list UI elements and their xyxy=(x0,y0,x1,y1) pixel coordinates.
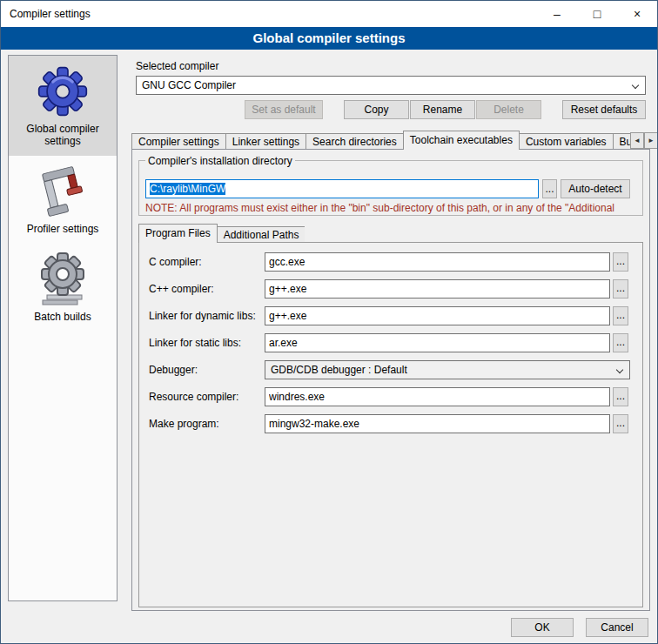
tab-scroll-left-button[interactable]: ◄ xyxy=(630,132,644,149)
sidebar-item-batch-builds[interactable]: Batch builds xyxy=(9,244,117,332)
make-program-input[interactable] xyxy=(265,414,610,433)
c-compiler-browse-button[interactable]: ... xyxy=(613,252,628,272)
tab-custom-variables[interactable]: Custom variables xyxy=(519,133,614,149)
maximize-icon: □ xyxy=(594,7,601,21)
installation-note: NOTE: All programs must exist either in … xyxy=(145,202,638,214)
resource-compiler-browse-button[interactable]: ... xyxy=(613,387,628,406)
window-controls: – □ × xyxy=(537,1,657,27)
make-program-browse-button[interactable]: ... xyxy=(613,414,628,433)
installation-directory-input[interactable]: C:\raylib\MinGW xyxy=(145,179,539,198)
cpp-compiler-row: C++ compiler: ... xyxy=(149,279,628,299)
auto-detect-button[interactable]: Auto-detect xyxy=(561,179,630,198)
c-compiler-row: C compiler: ... xyxy=(149,252,628,272)
ok-button[interactable]: OK xyxy=(511,618,574,637)
resource-compiler-row: Resource compiler: ... xyxy=(149,387,628,406)
sidebar-item-profiler-settings[interactable]: Profiler settings xyxy=(9,156,117,244)
dynamic-linker-input[interactable] xyxy=(265,306,610,325)
debugger-select-value: GDB/CDB debugger : Default xyxy=(271,364,407,376)
c-compiler-label: C compiler: xyxy=(149,252,265,272)
compiler-select[interactable]: GNU GCC Compiler xyxy=(136,76,646,95)
dynamic-linker-label: Linker for dynamic libs: xyxy=(149,306,265,325)
tab-build-options[interactable]: Build xyxy=(613,133,631,149)
cpp-compiler-browse-button[interactable]: ... xyxy=(613,279,628,299)
profiler-tool-icon xyxy=(10,163,115,220)
debugger-row: Debugger: GDB/CDB debugger : Default xyxy=(149,360,630,379)
selected-compiler-label: Selected compiler xyxy=(136,60,218,72)
gear-blue-icon xyxy=(10,63,115,120)
program-files-tabbar: Program Files Additional Paths xyxy=(138,224,305,243)
chevron-down-icon xyxy=(632,82,639,89)
tab-scroll-right-button[interactable]: ► xyxy=(644,132,658,149)
settings-sidebar: Global compiler settings Profiler settin… xyxy=(8,55,118,601)
window-title: Compiler settings xyxy=(10,8,91,20)
set-as-default-button: Set as default xyxy=(245,100,323,119)
sidebar-item-label: Batch builds xyxy=(10,308,115,323)
subtab-additional-paths[interactable]: Additional Paths xyxy=(217,226,306,242)
compiler-select-value: GNU GCC Compiler xyxy=(142,79,236,91)
tab-search-directories[interactable]: Search directories xyxy=(306,133,404,149)
compiler-settings-window: Compiler settings – □ × Global compiler … xyxy=(0,0,658,644)
installation-directory-group-title: Compiler's installation directory xyxy=(145,155,295,167)
gear-gray-icon xyxy=(10,251,115,308)
compiler-tabbar: Compiler settings Linker settings Search… xyxy=(131,131,631,150)
cancel-button[interactable]: Cancel xyxy=(586,618,648,637)
minimize-icon: – xyxy=(554,7,561,21)
sidebar-item-label: Profiler settings xyxy=(10,220,115,235)
page-title: Global compiler settings xyxy=(1,27,657,50)
dynamic-linker-row: Linker for dynamic libs: ... xyxy=(149,306,628,325)
installation-directory-value: C:\raylib\MinGW xyxy=(150,183,225,195)
reset-defaults-button[interactable]: Reset defaults xyxy=(562,100,646,119)
close-icon: × xyxy=(634,7,641,21)
installation-directory-browse-button[interactable]: ... xyxy=(542,179,557,198)
subtab-program-files[interactable]: Program Files xyxy=(138,224,218,243)
maximize-button[interactable]: □ xyxy=(577,1,617,27)
arrow-left-icon: ◄ xyxy=(634,137,641,144)
static-linker-input[interactable] xyxy=(265,333,610,352)
copy-button[interactable]: Copy xyxy=(344,100,409,119)
rename-button[interactable]: Rename xyxy=(410,100,475,119)
titlebar: Compiler settings – □ × xyxy=(1,1,657,27)
sidebar-item-global-compiler-settings[interactable]: Global compiler settings xyxy=(9,56,117,156)
make-program-row: Make program: ... xyxy=(149,414,628,433)
cpp-compiler-label: C++ compiler: xyxy=(149,279,265,299)
sidebar-item-label: Global compiler settings xyxy=(10,120,115,147)
tab-toolchain-executables[interactable]: Toolchain executables xyxy=(403,131,520,150)
arrow-right-icon: ► xyxy=(648,137,655,144)
debugger-label: Debugger: xyxy=(149,360,265,379)
dynamic-linker-browse-button[interactable]: ... xyxy=(613,306,628,325)
make-program-label: Make program: xyxy=(149,414,265,433)
delete-button: Delete xyxy=(476,100,541,119)
static-linker-row: Linker for static libs: ... xyxy=(149,333,628,352)
static-linker-browse-button[interactable]: ... xyxy=(613,333,628,352)
close-button[interactable]: × xyxy=(617,1,657,27)
c-compiler-input[interactable] xyxy=(265,252,610,272)
tab-linker-settings[interactable]: Linker settings xyxy=(225,133,306,149)
resource-compiler-input[interactable] xyxy=(265,387,610,406)
cpp-compiler-input[interactable] xyxy=(265,279,610,299)
resource-compiler-label: Resource compiler: xyxy=(149,387,265,406)
minimize-button[interactable]: – xyxy=(537,1,577,27)
chevron-down-icon xyxy=(616,366,623,373)
debugger-select[interactable]: GDB/CDB debugger : Default xyxy=(265,360,630,379)
tab-compiler-settings[interactable]: Compiler settings xyxy=(131,133,226,149)
static-linker-label: Linker for static libs: xyxy=(149,333,265,352)
